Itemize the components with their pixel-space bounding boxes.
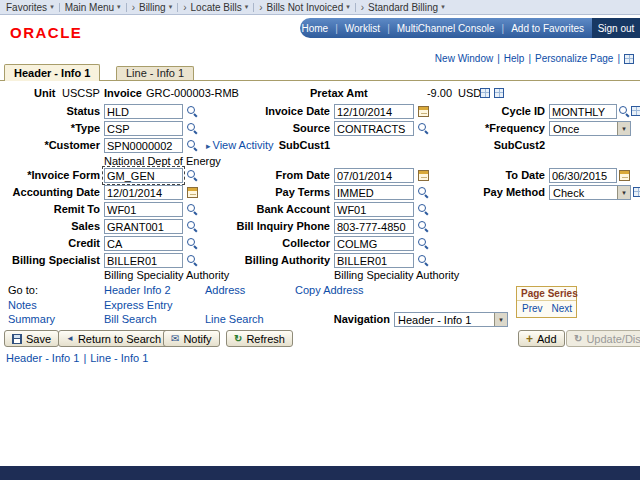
customer-label: *Customer	[0, 139, 100, 151]
footer-line-info1-link[interactable]: Line - Info 1	[90, 352, 148, 364]
cycle-id-input[interactable]	[549, 104, 617, 119]
credit-lookup-icon[interactable]	[187, 238, 198, 249]
copy-url-icon[interactable]	[624, 54, 634, 64]
update-display-button[interactable]: ↻Update/Display	[566, 330, 640, 347]
breadcrumb-bills-not-invoiced[interactable]: Bills Not Invoiced▾	[267, 2, 350, 13]
pay-terms-input[interactable]	[334, 185, 414, 200]
remit-to-input[interactable]	[104, 202, 183, 217]
dropdown-arrow-icon: ▾	[617, 186, 630, 199]
status-lookup-icon[interactable]	[187, 106, 198, 117]
pretax-detail-icon[interactable]	[494, 88, 504, 98]
refresh-button[interactable]: ↻Refresh	[226, 330, 293, 347]
breadcrumb-label: Favorites	[6, 2, 47, 13]
tab-header-info1[interactable]: Header - Info 1	[4, 64, 100, 81]
pretax-amt-label: Pretax Amt	[310, 87, 368, 99]
customer-input[interactable]	[104, 138, 183, 153]
collector-lookup-icon[interactable]	[418, 238, 429, 249]
invoice-date-input[interactable]	[334, 104, 414, 119]
expand-arrow-icon: ▸	[206, 141, 211, 151]
nav-add-to-favorites-link[interactable]: Add to Favorites	[495, 23, 584, 34]
header-info2-link[interactable]: Header Info 2	[104, 284, 171, 296]
billing-specialist-input[interactable]	[104, 253, 183, 268]
pay-method-select[interactable]: Check ▾	[549, 185, 631, 200]
remit-to-lookup-icon[interactable]	[187, 204, 198, 215]
breadcrumb-billing[interactable]: Billing▾	[139, 2, 172, 13]
accounting-date-input[interactable]	[104, 185, 183, 200]
frequency-select[interactable]: Once ▾	[549, 121, 631, 136]
tab-line-info1[interactable]: Line - Info 1	[116, 66, 194, 80]
billing-authority-input[interactable]	[334, 253, 414, 268]
breadcrumb-main-menu[interactable]: Main Menu▾	[65, 2, 121, 13]
bill-inquiry-phone-lookup-icon[interactable]	[418, 221, 429, 232]
new-window-link[interactable]: New Window	[435, 53, 504, 64]
from-date-input[interactable]	[334, 168, 414, 183]
separator	[253, 3, 254, 12]
save-label: Save	[26, 333, 51, 345]
help-link[interactable]: Help	[504, 53, 535, 64]
cycle-id-detail-icon[interactable]	[631, 106, 640, 116]
nav-worklist-link[interactable]: Worklist	[328, 23, 380, 34]
sales-input[interactable]	[104, 219, 183, 234]
navigation-select[interactable]: Header - Info 1 ▾	[394, 312, 508, 327]
save-button[interactable]: Save	[4, 330, 59, 347]
next-page-link[interactable]: Next	[552, 303, 573, 314]
breadcrumb-standard-billing[interactable]: Standard Billing▾	[368, 2, 445, 13]
prev-page-link[interactable]: Prev	[522, 303, 543, 314]
bill-inquiry-phone-input[interactable]	[334, 219, 414, 234]
separator	[355, 3, 356, 12]
credit-input[interactable]	[104, 236, 183, 251]
recalculate-pretax-icon[interactable]	[480, 88, 490, 98]
pay-method-detail-icon[interactable]	[633, 187, 640, 197]
pay-method-label: Pay Method	[428, 186, 545, 198]
bill-search-link[interactable]: Bill Search	[104, 313, 157, 325]
summary-link[interactable]: Summary	[8, 313, 55, 325]
source-label: Source	[230, 122, 330, 134]
sales-lookup-icon[interactable]	[187, 221, 198, 232]
dropdown-arrow-icon: ▾	[617, 122, 630, 135]
nav-multichannel-console-link[interactable]: MultiChannel Console	[380, 23, 494, 34]
address-link[interactable]: Address	[205, 284, 245, 296]
breadcrumb-locate-bills[interactable]: Locate Bills▾	[191, 2, 249, 13]
footer-header-info1-link[interactable]: Header - Info 1	[6, 352, 79, 364]
bank-account-input[interactable]	[334, 202, 414, 217]
bank-account-label: Bank Account	[230, 203, 330, 215]
invoice-form-input[interactable]	[104, 168, 183, 183]
bank-account-lookup-icon[interactable]	[418, 204, 429, 215]
breadcrumb-favorites[interactable]: Favorites▾	[6, 2, 54, 13]
return-to-search-label: Return to Search	[78, 333, 161, 345]
cycle-id-lookup-icon[interactable]	[619, 106, 630, 117]
nav-home-link[interactable]: Home	[301, 23, 328, 34]
refresh-icon: ↻	[234, 334, 242, 344]
customer-lookup-icon[interactable]	[187, 140, 198, 151]
billing-specialist-description: Billing Speciality Authority	[104, 269, 229, 281]
collector-input[interactable]	[334, 236, 414, 251]
footer-tab-links: Header - Info 1 | Line - Info 1	[6, 352, 148, 364]
form-row: Status Invoice Date Cycle ID	[0, 104, 640, 121]
source-input[interactable]	[334, 121, 414, 136]
line-search-link[interactable]: Line Search	[205, 313, 264, 325]
type-lookup-icon[interactable]	[187, 123, 198, 134]
return-to-search-button[interactable]: ◄Return to Search	[58, 330, 169, 347]
breadcrumb-separator-icon: ›	[132, 2, 135, 13]
frequency-label: *Frequency	[428, 122, 545, 134]
type-input[interactable]	[104, 121, 183, 136]
form-row: *Type Source *Frequency Once ▾	[0, 121, 640, 138]
breadcrumb-separator-icon: ›	[361, 2, 364, 13]
copy-address-link[interactable]: Copy Address	[295, 284, 363, 296]
billing-authority-lookup-icon[interactable]	[418, 255, 429, 266]
status-input[interactable]	[104, 104, 183, 119]
add-button[interactable]: +Add	[518, 330, 565, 347]
personalize-page-link[interactable]: Personalize Page	[535, 53, 624, 64]
notify-button[interactable]: ✉Notify	[163, 330, 220, 347]
to-date-input[interactable]	[549, 168, 617, 183]
invoice-form-lookup-icon[interactable]	[187, 170, 198, 181]
add-label: Add	[537, 333, 557, 345]
separator	[59, 3, 60, 12]
to-date-calendar-icon[interactable]	[619, 170, 630, 181]
billing-specialist-lookup-icon[interactable]	[187, 255, 198, 266]
billing-authority-label: Billing Authority	[230, 254, 330, 266]
accounting-date-calendar-icon[interactable]	[187, 187, 198, 198]
express-entry-link[interactable]: Express Entry	[104, 299, 172, 311]
sign-out-button[interactable]: Sign out	[592, 18, 640, 38]
notes-link[interactable]: Notes	[8, 299, 37, 311]
